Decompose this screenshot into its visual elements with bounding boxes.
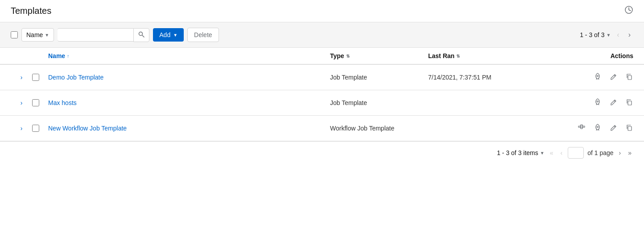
row-3-actions — [553, 123, 633, 134]
row-1-checkbox[interactable] — [32, 74, 39, 81]
sort-asc-icon: ↑ — [67, 54, 69, 59]
svg-point-17 — [597, 126, 599, 128]
row-3-checkbox[interactable] — [32, 125, 39, 132]
row-3-name[interactable]: New Workflow Job Template — [48, 125, 330, 132]
search-wrapper — [58, 28, 149, 42]
copy-icon — [626, 124, 632, 131]
delete-button[interactable]: Delete — [187, 28, 219, 42]
next-page-button[interactable]: › — [626, 30, 633, 40]
count-dropdown[interactable]: 1 - 3 of 3 ▼ — [580, 31, 611, 38]
svg-line-4 — [614, 75, 615, 76]
svg-rect-9 — [578, 126, 580, 127]
history-icon[interactable] — [624, 5, 633, 17]
pencil-icon — [610, 99, 617, 105]
col-header-type: Type ⇅ — [330, 52, 428, 59]
table-row: › Demo Job Template Job Template 7/14/20… — [0, 65, 644, 90]
filter-label: Name — [26, 31, 43, 38]
pagination-range: 1 - 3 of 3 — [580, 31, 604, 38]
add-button[interactable]: Add ▼ — [153, 28, 184, 42]
delete-label: Delete — [194, 31, 212, 38]
row-3-edit-button[interactable] — [609, 123, 618, 134]
row-3-launch-button[interactable] — [593, 123, 602, 134]
page-header: Templates — [0, 0, 644, 22]
svg-line-15 — [582, 126, 583, 127]
expand-row-1-button[interactable]: › — [11, 74, 32, 81]
add-chevron-icon: ▼ — [173, 33, 178, 38]
row-3-copy-button[interactable] — [625, 123, 633, 134]
row-2-checkbox[interactable] — [32, 99, 39, 106]
footer-count-caret-icon[interactable]: ▼ — [540, 151, 545, 156]
row-2-type: Job Template — [330, 99, 428, 106]
page-number-input[interactable]: 1 — [568, 147, 584, 159]
pencil-icon — [610, 124, 617, 131]
row-1-name[interactable]: Demo Job Template — [48, 74, 330, 81]
row-1-type: Job Template — [330, 74, 428, 81]
svg-rect-11 — [581, 127, 582, 129]
svg-line-18 — [614, 126, 615, 127]
svg-rect-12 — [583, 126, 585, 127]
pagination-info: 1 - 3 of 3 ▼ ‹ › — [580, 30, 633, 40]
row-1-lastran: 7/14/2021, 7:37:51 PM — [428, 74, 553, 81]
row-3-visualizer-button[interactable] — [577, 123, 586, 134]
footer-count-label: 1 - 3 of 3 items — [497, 149, 538, 156]
add-label: Add — [159, 31, 170, 38]
page-of-label: of 1 page — [587, 149, 613, 156]
expand-row-3-button[interactable]: › — [11, 125, 32, 132]
svg-point-3 — [597, 76, 599, 77]
sort-lastran-icon: ⇅ — [456, 54, 460, 59]
svg-rect-10 — [581, 125, 582, 126]
search-input[interactable] — [58, 28, 133, 42]
footer-count: 1 - 3 of 3 items ▼ — [497, 149, 545, 156]
col-header-actions: Actions — [553, 52, 633, 59]
filter-chevron-icon: ▼ — [45, 33, 49, 38]
svg-line-2 — [142, 35, 144, 37]
copy-icon — [626, 99, 632, 105]
col-header-name: Name ↑ — [48, 52, 330, 59]
toolbar: Name ▼ Add ▼ Delete 1 - 3 of 3 ▼ ‹ › — [0, 22, 644, 48]
row-3-type: Workflow Job Template — [330, 125, 428, 132]
prev-page-footer-button[interactable]: ‹ — [558, 148, 564, 157]
select-all-checkbox[interactable] — [11, 31, 18, 38]
row-2-launch-button[interactable] — [593, 97, 602, 108]
svg-point-6 — [597, 101, 599, 102]
row-1-copy-button[interactable] — [625, 72, 633, 83]
page-title: Templates — [11, 6, 51, 16]
rocket-icon — [594, 124, 601, 131]
table-header: Name ↑ Type ⇅ Last Ran ⇅ Actions — [0, 48, 644, 65]
svg-point-1 — [139, 32, 143, 35]
row-1-edit-button[interactable] — [609, 72, 618, 83]
first-page-button[interactable]: « — [548, 148, 555, 157]
next-page-footer-button[interactable]: › — [617, 148, 623, 157]
row-2-edit-button[interactable] — [609, 98, 618, 108]
rocket-icon — [594, 73, 601, 80]
filter-dropdown[interactable]: Name ▼ — [21, 28, 54, 42]
svg-line-7 — [614, 101, 615, 102]
search-button[interactable] — [133, 28, 149, 42]
pagination-chevron-icon: ▼ — [606, 33, 611, 38]
col-header-lastran: Last Ran ⇅ — [428, 52, 553, 59]
workflow-icon — [578, 124, 585, 131]
svg-line-16 — [582, 127, 583, 128]
svg-line-14 — [580, 127, 581, 128]
row-1-launch-button[interactable] — [593, 72, 602, 83]
search-icon — [138, 31, 144, 38]
table-wrapper: Name ↑ Type ⇅ Last Ran ⇅ Actions › Demo … — [0, 48, 644, 141]
table-row: › Max hosts Job Template — [0, 90, 644, 116]
row-2-actions — [553, 97, 633, 108]
svg-line-13 — [580, 126, 581, 127]
svg-rect-8 — [628, 101, 632, 105]
row-2-copy-button[interactable] — [625, 98, 633, 108]
sort-type-icon: ⇅ — [346, 54, 350, 59]
table-row: › New Workflow Job Template Workflow Job… — [0, 116, 644, 141]
row-2-name[interactable]: Max hosts — [48, 99, 330, 106]
svg-rect-5 — [628, 76, 632, 80]
copy-icon — [626, 73, 632, 80]
expand-row-2-button[interactable]: › — [11, 99, 32, 106]
rocket-icon — [594, 98, 601, 105]
row-1-actions — [553, 72, 633, 83]
prev-page-button[interactable]: ‹ — [614, 30, 622, 40]
last-page-button[interactable]: » — [626, 148, 633, 157]
pencil-icon — [610, 73, 617, 80]
footer: 1 - 3 of 3 items ▼ « ‹ 1 of 1 page › » — [0, 141, 644, 164]
svg-rect-19 — [628, 126, 632, 130]
